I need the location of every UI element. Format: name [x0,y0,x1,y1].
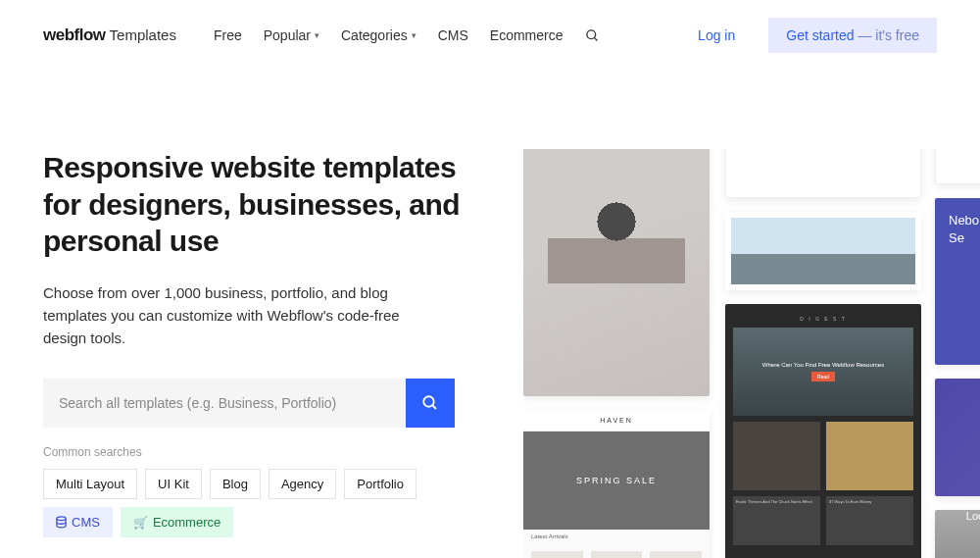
thumb-nav: HAVEN [523,410,710,431]
template-card[interactable] [725,212,921,290]
template-card[interactable]: HAVEN SPRING SALE Latest Arrivals [523,410,710,558]
chevron-down-icon: ▾ [412,30,416,40]
thumb-logo: klær [533,149,700,152]
cart-icon: 🛒 [133,516,148,530]
cta-primary-text: Get started [786,27,854,43]
database-icon [56,516,67,529]
chip-ui-kit[interactable]: UI Kit [145,469,202,499]
nav-cms[interactable]: CMS [438,27,468,43]
cta-secondary-text: — it's free [855,27,919,43]
nav-popular[interactable]: Popular▾ [264,27,319,43]
header: webflow Templates Free Popular▾ Categori… [0,0,980,71]
svg-line-1 [594,37,597,40]
login-link[interactable]: Log in [698,27,735,43]
chip-ecommerce[interactable]: 🛒 Ecommerce [121,507,233,537]
get-started-button[interactable]: Get started — it's free [768,18,937,53]
chip-cms[interactable]: CMS [43,507,113,537]
hero-section: Responsive website templates for designe… [43,149,465,558]
main-nav: Free Popular▾ Categories▾ CMS Ecommerce [214,27,600,43]
logo-text: webflow [43,25,106,45]
search-icon [585,28,600,43]
chip-agency[interactable]: Agency [269,469,336,499]
thumb-label: Latest Arrivals [523,530,710,543]
common-searches-label: Common searches [43,445,465,459]
chip-multi-layout[interactable]: Multi Layout [43,469,137,499]
search-button[interactable] [406,379,455,428]
template-gallery: klær HAVEN SPRING SALE Latest Arrivals D… [523,149,980,558]
svg-point-0 [586,29,595,38]
hero-subtitle: Choose from over 1,000 business, portfol… [43,281,445,350]
template-card[interactable] [935,149,980,184]
chevron-down-icon: ▾ [315,30,319,40]
nav-ecommerce[interactable]: Ecommerce [490,27,564,43]
template-card[interactable]: Look great with our dr [935,510,980,558]
nav-search-icon[interactable] [585,28,600,43]
hero-title: Responsive website templates for designe… [43,149,465,260]
svg-line-3 [432,406,436,410]
logo-subtext: Templates [110,26,176,43]
template-card[interactable] [935,379,980,496]
chip-blog[interactable]: Blog [210,469,261,499]
search-input[interactable] [43,379,406,428]
svg-point-2 [423,397,434,408]
main-content: Responsive website templates for designe… [0,71,980,558]
template-card[interactable]: D I G E S T Where Can You Find Free Webf… [725,304,921,558]
logo-link[interactable]: webflow Templates [43,25,176,45]
template-card[interactable]: Nebo is Se [935,198,980,365]
template-card[interactable] [725,149,921,198]
search-icon [421,394,439,412]
svg-point-4 [57,517,66,521]
thumb-title: Where Can You Find Free Webflow Resource… [762,362,884,368]
common-searches-chips: Multi Layout UI Kit Blog Agency Portfoli… [43,469,465,537]
nav-categories[interactable]: Categories▾ [341,27,416,43]
template-card[interactable]: klær [523,149,710,396]
chip-portfolio[interactable]: Portfolio [344,469,416,499]
nav-free[interactable]: Free [214,27,242,43]
search-box [43,379,455,428]
thumb-banner: SPRING SALE [523,431,710,530]
